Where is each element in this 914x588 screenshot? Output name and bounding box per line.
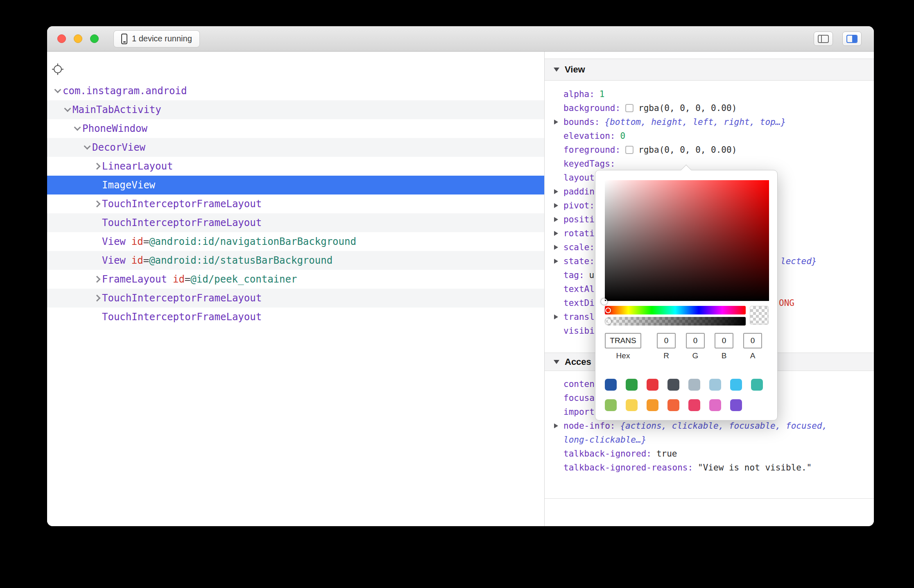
alpha-knob[interactable] (605, 319, 611, 324)
property-name: visibi (563, 326, 595, 336)
tree-row[interactable]: FrameLayoutid=@id/peek_container (47, 270, 544, 289)
alpha-input[interactable] (743, 333, 762, 348)
property-row[interactable]: keyedTags: (545, 157, 874, 171)
property-name: layout (563, 173, 595, 183)
disclosure-chevron-icon[interactable] (63, 100, 72, 119)
hue-knob[interactable] (605, 308, 611, 313)
expand-triangle-icon[interactable] (554, 423, 558, 428)
property-row[interactable]: talkback-ignored-reasons:"View is not vi… (545, 461, 874, 475)
expand-triangle-icon[interactable] (554, 259, 558, 264)
minimize-window-button[interactable] (74, 34, 82, 43)
property-name: import (563, 407, 595, 417)
toggle-right-panel-button[interactable] (842, 32, 862, 46)
property-row[interactable]: node-info:{actions, clickable, focusable… (545, 419, 874, 447)
tree-node-label: FrameLayout (102, 274, 167, 285)
expand-triangle-icon[interactable] (554, 314, 558, 319)
preset-color-swatch[interactable] (626, 399, 638, 411)
blue-input[interactable] (715, 333, 733, 348)
expand-triangle-icon[interactable] (554, 231, 558, 236)
property-row[interactable]: bounds:{bottom, height, left, right, top… (545, 115, 874, 129)
property-row[interactable]: talkback-ignored:true (545, 447, 874, 461)
property-name: keyedTags: (563, 159, 615, 169)
zoom-window-button[interactable] (90, 34, 99, 43)
preset-color-swatch[interactable] (709, 399, 721, 411)
tree-row[interactable]: Viewid=@android:id/navigationBarBackgrou… (47, 232, 544, 251)
hex-input[interactable] (605, 333, 641, 348)
disclosure-chevron-icon[interactable] (92, 270, 102, 289)
red-input[interactable] (657, 333, 676, 348)
preset-color-swatch[interactable] (730, 399, 742, 411)
red-label: R (657, 351, 676, 360)
hex-field-group: Hex (605, 333, 641, 360)
expand-triangle-icon[interactable] (554, 217, 558, 222)
close-window-button[interactable] (57, 34, 66, 43)
hue-slider[interactable] (605, 306, 746, 314)
preset-color-swatch[interactable] (751, 379, 763, 391)
color-swatch-button[interactable] (625, 104, 633, 112)
tree-row[interactable]: Viewid=@android:id/statusBarBackground (47, 251, 544, 270)
property-row[interactable]: background:rgba(0, 0, 0, 0.00) (545, 101, 874, 115)
disclosure-chevron-icon[interactable] (72, 119, 82, 138)
property-name: foreground: (563, 145, 620, 155)
device-status-button[interactable]: 1 device running (113, 30, 200, 47)
property-value: 0 (620, 131, 625, 141)
expand-triangle-icon[interactable] (554, 189, 558, 194)
equals-sign: = (143, 255, 149, 266)
disclosure-chevron-icon[interactable] (82, 138, 92, 157)
property-name: bounds: (563, 117, 600, 127)
property-row[interactable]: alpha:1 (545, 87, 874, 101)
disclosure-chevron-icon[interactable] (92, 157, 102, 176)
saturation-value-area[interactable] (605, 180, 769, 301)
tree-row[interactable]: TouchInterceptorFrameLayout (47, 308, 544, 326)
property-row[interactable]: foreground:rgba(0, 0, 0, 0.00) (545, 143, 874, 157)
blue-label: B (715, 351, 733, 360)
preset-color-swatch[interactable] (667, 399, 679, 411)
green-label: G (686, 351, 705, 360)
disclosure-chevron-icon[interactable] (53, 81, 63, 100)
preset-color-swatch[interactable] (647, 379, 658, 391)
traffic-lights (57, 34, 99, 43)
preset-color-swatch[interactable] (688, 379, 700, 391)
section-header[interactable]: View (545, 59, 874, 81)
tree-row[interactable]: TouchInterceptorFrameLayout (47, 289, 544, 308)
view-hierarchy-panel: com.instagram.androidMainTabActivityPhon… (47, 52, 545, 526)
expand-triangle-icon[interactable] (554, 245, 558, 250)
preset-color-swatch[interactable] (730, 379, 742, 391)
preset-color-swatch[interactable] (605, 399, 617, 411)
preset-color-swatch[interactable] (647, 399, 658, 411)
green-input[interactable] (686, 333, 705, 348)
toggle-left-panel-button[interactable] (814, 32, 833, 46)
tree-row[interactable]: MainTabActivity (47, 100, 544, 119)
tree-row[interactable]: TouchInterceptorFrameLayout (47, 213, 544, 232)
property-name: positi (563, 215, 595, 224)
color-cursor[interactable] (601, 299, 607, 305)
preset-color-swatch[interactable] (709, 379, 721, 391)
disclosure-chevron-icon[interactable] (92, 194, 102, 213)
preset-color-swatch[interactable] (688, 399, 700, 411)
expand-triangle-icon[interactable] (554, 120, 558, 124)
property-value: u (589, 270, 595, 280)
tree-node-label: View (102, 236, 126, 247)
tree-row[interactable]: com.instagram.android (47, 81, 544, 100)
color-swatch-button[interactable] (625, 146, 633, 154)
tree-row[interactable]: PhoneWindow (47, 119, 544, 138)
preset-color-swatch[interactable] (667, 379, 679, 391)
tree-row[interactable]: DecorView (47, 138, 544, 157)
tree-row[interactable]: TouchInterceptorFrameLayout (47, 194, 544, 213)
expand-triangle-icon[interactable] (554, 203, 558, 208)
property-value-fragment: ONG (779, 296, 794, 310)
property-name: rotati (563, 228, 595, 238)
section-title: View (565, 64, 585, 75)
section-title: Acces (565, 357, 591, 367)
disclosure-chevron-icon[interactable] (92, 289, 102, 308)
preset-color-swatch[interactable] (605, 379, 617, 391)
id-attribute: id (131, 236, 143, 247)
tree-node-label: TouchInterceptorFrameLayout (102, 292, 262, 304)
target-locate-icon[interactable] (52, 63, 64, 75)
tree-row[interactable]: LinearLayout (47, 157, 544, 176)
device-status-label: 1 device running (132, 34, 192, 43)
tree-row[interactable]: ImageView (47, 176, 544, 194)
property-row[interactable]: elevation:0 (545, 129, 874, 143)
alpha-slider[interactable] (605, 317, 746, 326)
preset-color-swatch[interactable] (626, 379, 638, 391)
